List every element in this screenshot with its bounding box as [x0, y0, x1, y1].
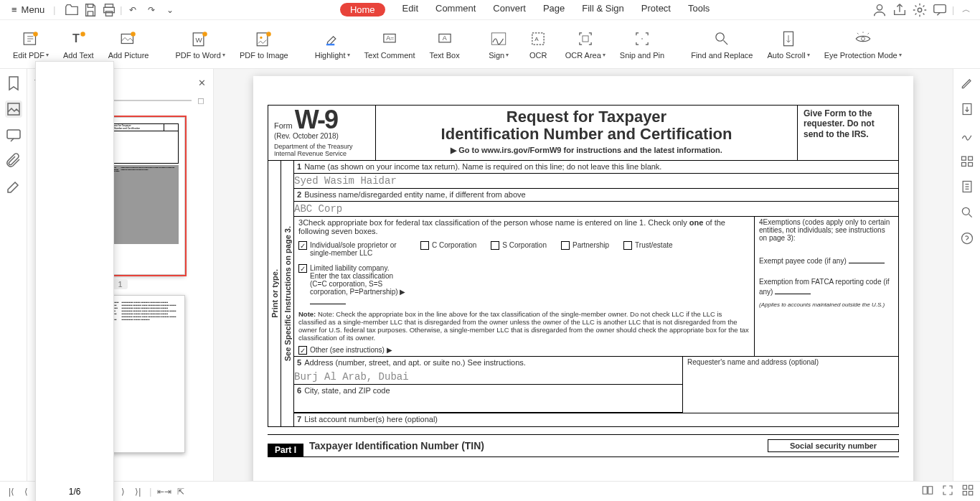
highlight-label: Highlight — [315, 51, 350, 60]
tab-tools[interactable]: Tools — [688, 3, 710, 17]
grid-view-icon[interactable] — [961, 484, 974, 499]
status-bar: |⟨ ⟨ ⟩ ⟩| | ⇤⇥ ⇱ — [0, 481, 980, 501]
share-icon[interactable] — [892, 2, 908, 18]
tab-page[interactable]: Page — [543, 3, 565, 17]
print-icon[interactable] — [101, 2, 117, 18]
quick-dropdown-icon[interactable]: ⌄ — [162, 2, 178, 18]
page-1: Form W-9 (Rev. October 2018) Department … — [253, 76, 913, 481]
feedback-icon[interactable] — [932, 2, 948, 18]
menu-button[interactable]: ≡ Menu — [6, 3, 50, 17]
check-other[interactable]: ✓ — [298, 346, 307, 355]
tab-home[interactable]: Home — [340, 3, 385, 17]
pdf-to-word-button[interactable]: W PDF to Word — [169, 20, 232, 68]
ocr-label: OCR — [529, 51, 547, 60]
user-icon[interactable] — [872, 2, 887, 18]
form-title: W-9 — [295, 105, 337, 134]
line1-value[interactable]: Syed Wasim Haidar — [294, 174, 898, 189]
sign-button[interactable]: Sign — [479, 20, 519, 68]
exempt-payee-label: Exempt payee code (if any) — [759, 257, 847, 265]
line7-label: List account number(s) here (optional) — [304, 415, 438, 423]
collapse-ribbon-icon[interactable]: ︿ — [958, 2, 974, 18]
auto-scroll-button[interactable]: Auto Scroll — [760, 20, 816, 68]
redo-icon[interactable]: ↷ — [143, 2, 159, 18]
first-page-icon[interactable]: |⟨ — [6, 485, 17, 498]
edit-tool-icon[interactable] — [960, 76, 974, 90]
svg-rect-25 — [583, 35, 588, 41]
auto-scroll-label: Auto Scroll — [767, 51, 809, 60]
fatca-input[interactable] — [775, 286, 811, 294]
line2-value[interactable]: ABC Corp — [294, 202, 898, 217]
pdf-to-image-label: PDF to Image — [240, 51, 288, 60]
topbar-right: | ︿ — [872, 2, 974, 18]
llc-class-input[interactable] — [310, 296, 346, 304]
close-panel-icon[interactable]: ✕ — [198, 78, 206, 88]
find-replace-label: Find and Replace — [691, 51, 753, 60]
next-page-icon[interactable]: ⟩ — [118, 485, 128, 498]
last-page-icon[interactable]: ⟩| — [132, 485, 143, 498]
fit-page-icon[interactable]: ⇱ — [177, 487, 184, 497]
compress-tool-icon[interactable] — [960, 179, 974, 194]
svg-rect-42 — [963, 492, 966, 495]
help-tool-icon[interactable] — [960, 231, 974, 245]
ocr-button[interactable]: A OCR — [519, 20, 558, 68]
eye-protection-icon — [853, 29, 873, 48]
svg-rect-22 — [491, 32, 506, 44]
tab-protect[interactable]: Protect — [641, 3, 671, 17]
check-scorp-label: S Corporation — [502, 241, 547, 249]
exempt-payee-input[interactable] — [849, 255, 885, 263]
main-tabs: Home Edit Comment Convert Page Fill & Si… — [178, 3, 872, 17]
add-picture-icon — [118, 29, 138, 48]
tab-fillsign[interactable]: Fill & Sign — [582, 3, 624, 17]
save-icon[interactable] — [83, 2, 98, 18]
line5-value[interactable]: Burj Al Arab, Dubai — [294, 370, 682, 385]
tab-edit[interactable]: Edit — [402, 3, 418, 17]
export-tool-icon[interactable] — [960, 102, 974, 116]
dept-label: Department of the Treasury — [274, 143, 353, 150]
document-viewport[interactable]: Form W-9 (Rev. October 2018) Department … — [214, 69, 953, 481]
highlight-button[interactable]: Highlight — [308, 20, 357, 68]
check-trust-label: Trust/estate — [635, 241, 672, 249]
check-ccorp[interactable] — [420, 241, 429, 250]
tab-comment[interactable]: Comment — [435, 3, 476, 17]
find-replace-icon — [712, 29, 732, 48]
svg-point-27 — [716, 32, 724, 40]
line1-label: Name (as shown on your income tax return… — [304, 162, 661, 171]
line5-label: Address (number, street, and apt. or sui… — [304, 358, 526, 367]
snip-button[interactable]: Snip and Pin — [613, 20, 672, 68]
open-icon[interactable] — [64, 2, 80, 18]
reading-mode-icon[interactable] — [921, 484, 934, 499]
prev-page-icon[interactable]: ⟨ — [22, 485, 31, 498]
auto-scroll-icon — [778, 29, 798, 48]
ssn-box-label: Social security number — [768, 439, 899, 452]
svg-text:W: W — [196, 35, 203, 43]
header-line2: Identification Number and Certification — [441, 125, 732, 143]
svg-point-38 — [962, 207, 969, 215]
search-tool-icon[interactable] — [960, 205, 974, 220]
settings-icon[interactable] — [912, 2, 928, 18]
check-llc[interactable]: ✓ — [298, 264, 307, 273]
undo-icon[interactable]: ↶ — [125, 2, 141, 18]
fullscreen-icon[interactable] — [941, 484, 954, 499]
check-partnership[interactable] — [561, 241, 570, 250]
text-comment-label: Text Comment — [364, 51, 415, 60]
fit-width-icon[interactable]: ⇤⇥ — [157, 487, 171, 497]
tab-convert[interactable]: Convert — [493, 3, 526, 17]
pdf-to-image-button[interactable]: PDF to Image — [232, 20, 296, 68]
text-box-button[interactable]: A Text Box — [422, 20, 466, 68]
check-scorp[interactable] — [491, 241, 499, 250]
top-toolbar: ≡ Menu | | ↶ ↷ ⌄ Home Edit Comment Conve… — [0, 0, 980, 20]
signature-tool-icon[interactable] — [960, 128, 974, 142]
form-tool-icon[interactable] — [960, 154, 974, 168]
find-replace-button[interactable]: Find and Replace — [684, 20, 760, 68]
check-individual[interactable]: ✓ — [298, 241, 307, 250]
ocr-icon: A — [528, 29, 548, 48]
check-trust[interactable] — [623, 241, 632, 250]
sign-label: Sign — [489, 51, 509, 60]
line6-value[interactable] — [294, 398, 682, 413]
page-input[interactable] — [35, 61, 114, 502]
eye-protection-button[interactable]: Eye Protection Mode — [817, 20, 909, 68]
ocr-area-button[interactable]: OCR Area — [558, 20, 613, 68]
svg-point-7 — [33, 32, 38, 37]
thumb-large-icon[interactable]: ◻ — [197, 95, 204, 106]
text-comment-button[interactable]: A= Text Comment — [357, 20, 423, 68]
